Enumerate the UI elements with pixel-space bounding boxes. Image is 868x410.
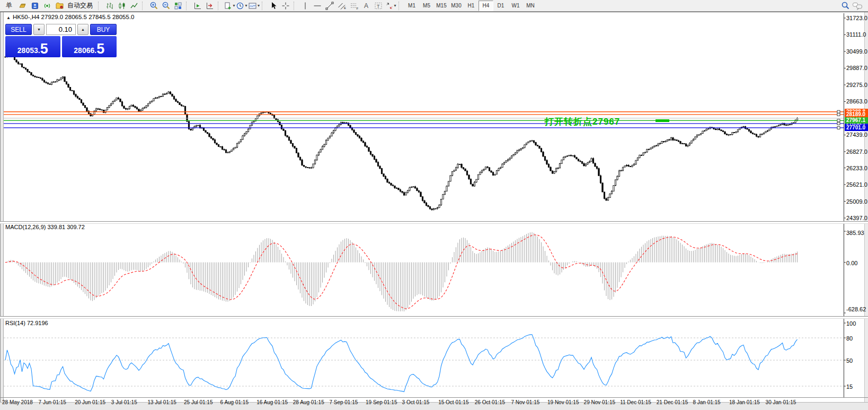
buy-price-display[interactable]: 28066.5 — [62, 36, 117, 57]
timeframe-h4[interactable]: H4 — [479, 1, 493, 11]
signal-icon[interactable] — [41, 1, 53, 11]
volume-increase-button[interactable]: ▲ — [77, 24, 88, 35]
time-axis-label[interactable]: 28 Aug 01:15 — [293, 399, 324, 405]
dropdown-caret: ▾ — [245, 3, 247, 8]
time-axis-label[interactable]: 7 Jun 01:15 — [39, 399, 66, 405]
volume-input[interactable] — [46, 24, 76, 35]
timeframe-w1[interactable]: W1 — [508, 1, 523, 11]
price-axis-label[interactable]: 29887.0 — [846, 65, 867, 71]
timeframe-h1[interactable]: H1 — [464, 1, 479, 11]
sell-price-display[interactable]: 28053.5 — [5, 36, 60, 57]
timeframe-m15[interactable]: M15 — [434, 1, 449, 11]
rsi-axis-label[interactable]: 100 — [846, 320, 856, 327]
green-line-segment[interactable] — [656, 119, 669, 122]
dropdown-caret: ▾ — [233, 3, 235, 8]
gold-bar-icon[interactable] — [17, 1, 29, 11]
text-tool[interactable]: A — [360, 1, 372, 11]
sell-button[interactable]: SELL — [5, 24, 32, 35]
time-axis-label[interactable]: 7 Sep 01:15 — [329, 399, 358, 405]
buy-button[interactable]: BUY — [90, 24, 117, 35]
time-axis-label[interactable]: 29 Nov 01:15 — [584, 399, 616, 405]
crosshair-tool[interactable] — [280, 1, 291, 11]
time-axis-label[interactable]: 28 May 2018 — [2, 399, 33, 405]
price-axis-label[interactable]: 29275.0 — [846, 82, 867, 88]
price-axis-label[interactable]: 26233.0 — [846, 165, 867, 171]
time-axis-label[interactable]: 6 Aug 01:15 — [220, 399, 249, 405]
time-axis-label[interactable]: 26 Oct 01:15 — [475, 399, 505, 405]
trendline-tool[interactable] — [324, 1, 335, 11]
timeframe-m5[interactable]: M5 — [419, 1, 434, 11]
new-order-button[interactable]: 单 — [2, 1, 16, 11]
auto-scroll-icon[interactable] — [192, 1, 203, 11]
price-axis-label[interactable]: 25621.0 — [846, 181, 867, 188]
price-axis-label[interactable]: 26827.0 — [846, 149, 867, 155]
panel-separator-macd[interactable] — [0, 221, 868, 224]
price-axis-label[interactable]: 31111.0 — [846, 31, 866, 38]
time-axis-label[interactable]: 16 Aug 01:15 — [256, 399, 288, 405]
volume-decrease-button[interactable]: ▼ — [33, 24, 45, 35]
time-axis-label[interactable]: 30 Jan 01:15 — [766, 399, 796, 405]
time-axis-label[interactable]: 25 Jul 01:15 — [184, 399, 213, 405]
price-axis-label[interactable]: 27439.0 — [846, 132, 867, 138]
charts-profile-icon[interactable] — [29, 1, 41, 11]
timeframe-mn[interactable]: MN — [523, 1, 538, 11]
time-axis-label[interactable]: 7 Nov 01:15 — [511, 399, 539, 405]
line-chart-glyph — [130, 2, 138, 10]
template-button[interactable]: ▾ — [248, 1, 260, 11]
hline-price-tag[interactable]: 27967.1 — [845, 117, 868, 124]
time-axis-label[interactable]: 11 Dec 01:15 — [620, 399, 651, 405]
line-chart-icon[interactable] — [128, 1, 140, 11]
hline-price-tag[interactable]: 28189.0 — [845, 111, 868, 118]
time-axis-label[interactable]: 19 Nov 01:15 — [547, 399, 579, 405]
rsi-axis-label[interactable]: 80 — [846, 335, 853, 342]
chart-shift-icon[interactable] — [204, 1, 216, 11]
zoom-out-icon[interactable] — [160, 1, 172, 11]
price-axis-label[interactable]: 31723.0 — [846, 15, 867, 21]
arrows-tool[interactable]: ▾ — [385, 1, 396, 11]
horizontal-line-tool[interactable] — [312, 1, 323, 11]
equidistant-channel-tool[interactable]: E — [336, 1, 348, 11]
price-axis-label[interactable]: 28663.0 — [846, 98, 867, 104]
chat-button[interactable] — [852, 1, 863, 11]
zoom-in-icon[interactable] — [148, 1, 160, 11]
time-axis-label[interactable]: 21 Dec 01:15 — [657, 399, 688, 405]
timeframe-d1[interactable]: D1 — [493, 1, 508, 11]
turning-point-annotation[interactable]: 打开转折点27967 — [545, 116, 620, 128]
time-axis-label[interactable]: 18 Jan 01:15 — [729, 399, 760, 405]
macd-axis-label[interactable]: 0.00 — [846, 260, 857, 266]
time-axis-label[interactable]: 20 Jun 01:15 — [75, 399, 105, 405]
macd-axis-label[interactable]: 385.93 — [846, 230, 864, 236]
price-axis-label[interactable]: 24397.0 — [846, 215, 867, 221]
new-indicator-button[interactable]: ▾ — [224, 1, 235, 11]
time-axis-label[interactable]: 19 Sep 01:15 — [366, 399, 397, 405]
tile-windows-icon[interactable] — [172, 1, 184, 11]
price-axis-label[interactable]: 30499.0 — [846, 48, 867, 55]
vertical-line-tool[interactable] — [299, 1, 311, 11]
macd-axis-label[interactable]: -628.62 — [846, 306, 866, 312]
time-axis-label[interactable]: 3 Jul 01:15 — [111, 399, 137, 405]
text-label-tool[interactable]: T — [373, 1, 384, 11]
time-axis-label[interactable]: 8 Jan 01:15 — [693, 399, 720, 405]
candlestick-chart-icon[interactable] — [116, 1, 128, 11]
toolbar-separator — [98, 2, 102, 10]
time-axis-label[interactable]: 13 Jul 01:15 — [147, 399, 176, 405]
svg-text:A: A — [364, 2, 368, 10]
timeframe-m1[interactable]: M1 — [404, 1, 419, 11]
search-button[interactable] — [839, 1, 851, 11]
cursor-tool[interactable] — [268, 1, 279, 11]
timeframe-m30[interactable]: M30 — [449, 1, 464, 11]
rsi-axis-label[interactable]: 15 — [846, 383, 853, 390]
chart-canvas[interactable] — [0, 12, 868, 410]
time-axis-label[interactable]: 15 Oct 01:15 — [438, 399, 468, 405]
trendline-icon — [325, 2, 334, 10]
time-axis-label[interactable]: 3 Oct 01:15 — [402, 399, 430, 405]
panel-separator-rsi[interactable] — [0, 316, 868, 319]
collapse-icon[interactable]: ▲ — [6, 15, 11, 20]
fibonacci-tool[interactable]: F — [348, 1, 360, 11]
price-axis-label[interactable]: 25009.0 — [846, 198, 867, 205]
period-button[interactable]: ▾ — [236, 1, 247, 11]
bar-chart-icon[interactable] — [104, 1, 116, 11]
rsi-axis-label[interactable]: 50 — [846, 357, 853, 364]
hline-price-tag[interactable]: 27701.0 — [845, 125, 868, 131]
autotrade-button[interactable]: 自动交易 — [54, 1, 96, 11]
